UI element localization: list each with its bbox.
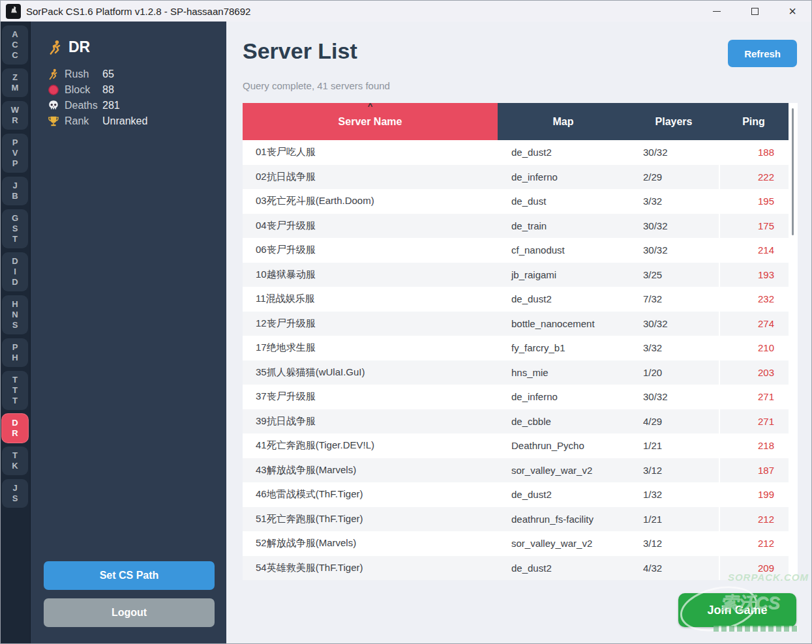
server-name-cell: 06丧尸升级服 [243, 238, 498, 263]
table-row[interactable]: 04丧尸升级服de_train30/32175 [243, 214, 789, 239]
tab-letter: H [12, 353, 18, 363]
table-row[interactable]: 41死亡奔跑服(Tiger.DEV!L)Deathrun_Pycho1/2121… [243, 433, 789, 458]
players-cell: 3/12 [629, 531, 719, 556]
column-header-players[interactable]: Players [629, 103, 719, 140]
tab-letter: T [12, 396, 18, 406]
tab-letter: G [12, 213, 18, 224]
map-cell: Deathrun_Pycho [498, 433, 629, 458]
main-content: Server List Refresh Query complete, 41 s… [226, 22, 811, 643]
ping-cell: 271 [719, 409, 789, 434]
server-name-cell: 35抓人躲猫猫(wUlaI.GuI) [243, 360, 498, 385]
query-status: Query complete, 41 servers found [243, 80, 390, 91]
table-row[interactable]: 54英雄救美服(ThF.Tiger)de_dust24/32209 [243, 556, 789, 581]
server-name-cell: 01丧尸吃人服 [243, 140, 498, 165]
server-name-cell: 11混战娱乐服 [243, 287, 498, 312]
table-header: ^ Server Name Map Players Ping [243, 103, 789, 140]
scrollbar-thumb[interactable] [792, 108, 794, 235]
column-header-map[interactable]: Map [498, 103, 629, 140]
logout-button[interactable]: Logout [44, 598, 215, 627]
sidebar-tab-dr[interactable]: DR [2, 414, 28, 443]
sidebar-tab-ph[interactable]: PH [2, 338, 28, 367]
players-cell: 2/29 [629, 165, 719, 190]
ping-cell: 222 [719, 165, 789, 190]
table-row[interactable]: 52解放战争服(Marvels)sor_valley_war_v23/12212 [243, 531, 789, 556]
map-cell: de_cbble [498, 409, 629, 434]
sidebar-tab-js[interactable]: JS [2, 479, 28, 508]
sidebar-tab-tk[interactable]: TK [2, 446, 28, 475]
map-cell: bottle_nanocement [498, 312, 629, 336]
table-row[interactable]: 11混战娱乐服de_dust27/32232 [243, 287, 789, 312]
tab-letter: T [12, 385, 18, 396]
skull-icon [48, 100, 59, 111]
maximize-button[interactable] [736, 1, 774, 22]
table-row[interactable]: 46地雷战模式(ThF.Tiger)de_dust21/32199 [243, 482, 789, 507]
window-controls: × [698, 1, 811, 22]
close-button[interactable]: × [774, 1, 811, 22]
players-cell: 1/32 [629, 482, 719, 507]
table-row[interactable]: 03死亡死斗服(Earth.Doom)de_dust3/32195 [243, 189, 789, 214]
players-cell: 3/32 [629, 189, 719, 214]
map-cell: de_train [498, 214, 629, 239]
tab-letter: S [12, 320, 18, 330]
minimize-icon [713, 11, 721, 12]
map-cell: sor_valley_war_v2 [498, 458, 629, 483]
maximize-icon [751, 8, 759, 15]
table-row[interactable]: 39抗日战争服de_cbble4/29271 [243, 409, 789, 434]
players-cell: 3/25 [629, 263, 719, 287]
map-cell: de_dust2 [498, 482, 629, 507]
ping-cell: 203 [719, 360, 789, 385]
tab-letter: P [12, 342, 18, 353]
map-cell: de_inferno [498, 385, 629, 409]
app-icon [6, 4, 21, 19]
tab-letter: N [12, 310, 18, 320]
join-game-button[interactable]: Join Game [678, 593, 796, 627]
table-row[interactable]: 12丧尸升级服bottle_nanocement30/32274 [243, 312, 789, 336]
tab-letter: A [12, 29, 18, 40]
server-table-body: 01丧尸吃人服de_dust230/3218802抗日战争服de_inferno… [243, 140, 789, 580]
column-header-server-name[interactable]: ^ Server Name [243, 103, 498, 140]
ping-cell: 209 [719, 556, 789, 581]
stat-label: Rush [65, 68, 102, 80]
table-row[interactable]: 06丧尸升级服cf_nanodust30/32214 [243, 238, 789, 263]
tab-letter: I [14, 267, 16, 277]
sidebar-tab-acc[interactable]: ACC [2, 25, 28, 65]
sidebar-tab-hns[interactable]: HNS [2, 295, 28, 334]
tab-letter: S [12, 224, 18, 234]
ping-cell: 271 [719, 385, 789, 409]
table-row[interactable]: 17绝地求生服fy_farcry_b13/32210 [243, 336, 789, 360]
sidebar-tab-did[interactable]: DID [2, 252, 28, 291]
ping-cell: 199 [719, 482, 789, 507]
table-row[interactable]: 43解放战争服(Marvels)sor_valley_war_v23/12187 [243, 458, 789, 483]
table-scrollbar[interactable] [789, 103, 798, 580]
tab-letter: J [12, 483, 17, 493]
sidebar-tab-pvp[interactable]: PVP [2, 134, 28, 173]
sidebar-tab-jb[interactable]: JB [2, 177, 28, 205]
tab-letter: M [12, 83, 19, 93]
refresh-button[interactable]: Refresh [728, 40, 797, 67]
app-window: SorPack CS1.6 Platform v1.2.8 - SP-hassa… [0, 0, 812, 644]
map-cell: deathrun_fs-facility [498, 507, 629, 532]
table-row[interactable]: 02抗日战争服de_inferno2/29222 [243, 165, 789, 190]
table-row[interactable]: 35抓人躲猫猫(wUlaI.GuI)hns_mie1/20203 [243, 360, 789, 385]
table-row[interactable]: 01丧尸吃人服de_dust230/32188 [243, 140, 789, 165]
table-row[interactable]: 37丧尸升级服de_inferno30/32271 [243, 385, 789, 409]
stat-label: Block [65, 84, 102, 96]
set-cs-path-button[interactable]: Set CS Path [44, 561, 215, 590]
players-cell: 30/32 [629, 312, 719, 336]
sidebar-tab-zm[interactable]: ZM [2, 68, 28, 97]
column-header-ping[interactable]: Ping [719, 103, 789, 140]
sidebar-tab-wr[interactable]: WR [2, 101, 28, 130]
stat-value: Unranked [102, 115, 147, 127]
runner-icon [48, 40, 63, 55]
stat-label: Deaths [65, 100, 102, 111]
map-cell: cf_nanodust [498, 238, 629, 263]
sidebar-tab-ttt[interactable]: TTT [2, 371, 28, 410]
map-cell: de_dust2 [498, 556, 629, 581]
stats-list: Rush65Block88Deaths281RankUnranked [48, 66, 226, 129]
table-row[interactable]: 10越狱暴动服jb_raigami3/25193 [243, 263, 789, 287]
minimize-button[interactable] [698, 1, 736, 22]
map-cell: de_dust2 [498, 140, 629, 165]
sidebar-tab-gst[interactable]: GST [2, 209, 28, 248]
table-row[interactable]: 51死亡奔跑服(ThF.Tiger)deathrun_fs-facility1/… [243, 507, 789, 532]
game-mode-tabstrip: ACCZMWRPVPJBGSTDIDHNSPHTTTDRTKJS [1, 22, 31, 643]
